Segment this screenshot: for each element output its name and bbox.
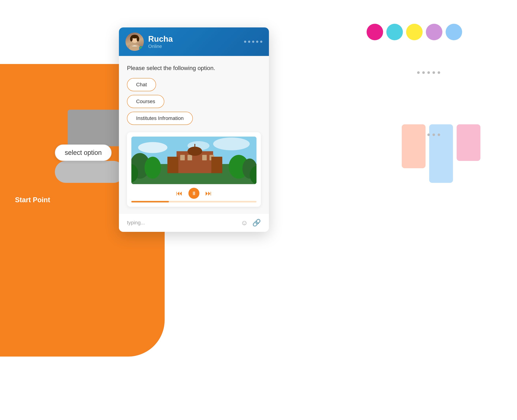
- color-dots-group: [367, 24, 462, 40]
- chat-body: Please select the following option. Chat…: [119, 56, 269, 213]
- dots-line-1: [417, 71, 440, 74]
- play-pause-button[interactable]: ⏸: [189, 188, 199, 199]
- play-icon: ⏸: [191, 190, 197, 196]
- light-blue-dot: [446, 24, 462, 40]
- option-chat-button[interactable]: Chat: [127, 78, 156, 91]
- dot-4: [256, 41, 258, 43]
- building-scene-svg: [131, 137, 257, 184]
- attach-icon[interactable]: 🔗: [252, 219, 261, 227]
- emoji-icon[interactable]: ☺: [241, 219, 248, 227]
- progress-bar[interactable]: [131, 201, 257, 202]
- dots-line-2: [427, 134, 440, 136]
- select-option-pill[interactable]: select option: [55, 144, 112, 161]
- svg-rect-15: [188, 155, 192, 160]
- svg-point-1: [129, 44, 140, 51]
- header-menu-dots[interactable]: [244, 41, 262, 43]
- chat-widget: Rucha Online Please select the following…: [119, 27, 269, 232]
- svg-point-18: [188, 147, 202, 156]
- media-card: ⏮ ⏸ ⏭: [127, 132, 261, 207]
- color-blocks-group: [402, 124, 480, 183]
- svg-point-12: [144, 157, 161, 179]
- svg-rect-16: [202, 155, 207, 160]
- purple-dot: [426, 24, 442, 40]
- blue-block: [429, 124, 453, 183]
- dot-1: [244, 41, 246, 43]
- chat-input-placeholder[interactable]: typing...: [127, 220, 236, 226]
- svg-point-8: [213, 137, 250, 150]
- chat-prompt: Please select the following option.: [127, 65, 261, 72]
- avatar: [126, 33, 144, 51]
- agent-name: Rucha: [148, 34, 240, 44]
- cyan-dot: [386, 24, 403, 40]
- online-badge: [139, 46, 143, 50]
- forward-button[interactable]: ⏭: [205, 189, 212, 197]
- chat-footer: typing... ☺ 🔗: [119, 213, 269, 232]
- media-controls: ⏮ ⏸ ⏭: [131, 188, 257, 199]
- progress-fill: [131, 201, 169, 202]
- option-institutes-button[interactable]: Institutes Infromation: [127, 112, 193, 125]
- pink-dot: [367, 24, 383, 40]
- gray-box-2: [55, 161, 124, 183]
- svg-point-4: [130, 36, 133, 42]
- flow-start-point: Start Point: [6, 192, 60, 208]
- start-point-pill[interactable]: Start Point: [6, 192, 60, 208]
- chat-header: Rucha Online: [119, 27, 269, 56]
- pink-block: [457, 124, 480, 161]
- option-courses-button[interactable]: Courses: [127, 95, 164, 108]
- svg-rect-21: [211, 157, 222, 173]
- peach-block: [402, 124, 426, 168]
- rewind-button[interactable]: ⏮: [176, 189, 182, 197]
- chat-header-info: Rucha Online: [148, 34, 240, 49]
- dot-2: [248, 41, 250, 43]
- yellow-dot: [406, 24, 423, 40]
- svg-rect-20: [167, 157, 178, 173]
- flow-select-option: select option: [55, 144, 112, 161]
- agent-status: Online: [148, 44, 240, 49]
- media-image: [131, 137, 257, 184]
- svg-point-5: [137, 36, 139, 42]
- svg-point-7: [138, 142, 167, 153]
- dot-3: [252, 41, 254, 43]
- dot-5: [260, 41, 262, 43]
- svg-rect-14: [180, 155, 185, 160]
